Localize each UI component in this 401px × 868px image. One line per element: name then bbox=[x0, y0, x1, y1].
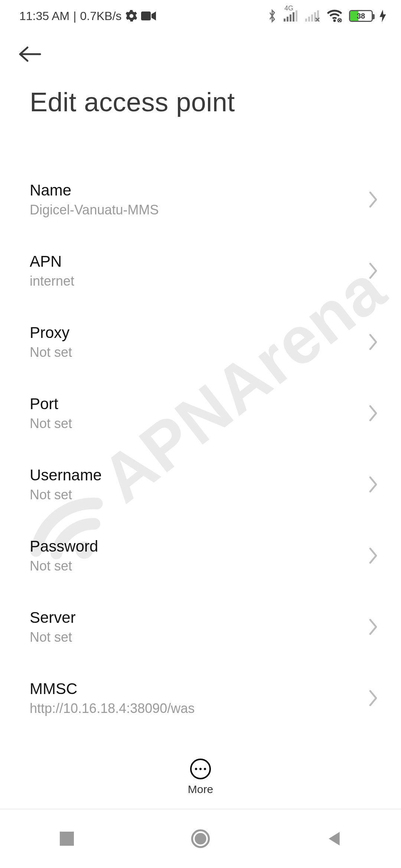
camera-icon bbox=[141, 11, 156, 21]
more-button[interactable]: More bbox=[188, 759, 213, 796]
row-label: Proxy bbox=[30, 324, 72, 342]
nav-recents-button[interactable] bbox=[45, 816, 89, 861]
svg-rect-9 bbox=[311, 14, 313, 22]
chevron-right-icon bbox=[368, 262, 379, 280]
svg-point-16 bbox=[195, 833, 206, 844]
row-value: Not set bbox=[30, 487, 102, 503]
more-icon bbox=[190, 759, 211, 779]
signal-icon-2 bbox=[305, 10, 320, 22]
svg-rect-14 bbox=[60, 832, 74, 846]
status-speed: 0.7KB/s bbox=[80, 9, 122, 23]
svg-rect-6 bbox=[296, 10, 297, 22]
status-sep: | bbox=[73, 9, 76, 23]
charging-icon bbox=[379, 10, 386, 22]
svg-rect-2 bbox=[284, 19, 286, 22]
row-proxy[interactable]: Proxy Not set bbox=[0, 306, 401, 378]
svg-rect-5 bbox=[293, 12, 294, 22]
square-icon bbox=[60, 832, 74, 846]
app-bar bbox=[0, 32, 401, 76]
row-value: Not set bbox=[30, 345, 72, 360]
status-time: 11:35 AM bbox=[19, 9, 69, 23]
chevron-right-icon bbox=[368, 618, 379, 636]
row-value: http://10.16.18.4:38090/was bbox=[30, 701, 195, 716]
row-label: Password bbox=[30, 537, 98, 555]
wifi-icon bbox=[327, 10, 342, 22]
chevron-right-icon bbox=[368, 191, 379, 208]
svg-rect-3 bbox=[287, 17, 288, 22]
row-value: Not set bbox=[30, 558, 98, 574]
row-mmsc[interactable]: MMSC http://10.16.18.4:38090/was bbox=[0, 662, 401, 734]
row-password[interactable]: Password Not set bbox=[0, 520, 401, 591]
gear-icon bbox=[125, 10, 137, 22]
row-value: Digicel-Vanuatu-MMS bbox=[30, 202, 159, 218]
row-port[interactable]: Port Not set bbox=[0, 378, 401, 449]
arrow-left-icon bbox=[17, 45, 43, 63]
status-bar: 11:35 AM | 0.7KB/s 4G bbox=[0, 0, 401, 32]
back-button[interactable] bbox=[17, 39, 47, 69]
row-label: APN bbox=[30, 253, 74, 270]
chevron-right-icon bbox=[368, 404, 379, 422]
network-type: 4G bbox=[284, 4, 293, 12]
svg-rect-10 bbox=[314, 12, 316, 22]
chevron-right-icon bbox=[368, 689, 379, 707]
page-title: Edit access point bbox=[0, 76, 401, 126]
row-value: Not set bbox=[30, 416, 72, 431]
row-value: Not set bbox=[30, 629, 76, 645]
chevron-right-icon bbox=[368, 333, 379, 351]
svg-rect-1 bbox=[141, 11, 151, 20]
nav-home-button[interactable] bbox=[178, 816, 223, 861]
svg-rect-8 bbox=[308, 17, 310, 22]
svg-rect-4 bbox=[290, 14, 291, 22]
chevron-right-icon bbox=[368, 476, 379, 493]
row-label: Port bbox=[30, 395, 72, 413]
settings-list: Name Digicel-Vanuatu-MMS APN internet Pr… bbox=[0, 126, 401, 749]
system-nav-bar bbox=[0, 809, 401, 868]
row-apn[interactable]: APN internet bbox=[0, 235, 401, 306]
svg-rect-7 bbox=[305, 19, 307, 22]
row-value: internet bbox=[30, 273, 74, 289]
battery-icon: 38 bbox=[349, 10, 373, 22]
row-label: Name bbox=[30, 181, 159, 199]
circle-icon bbox=[191, 829, 210, 848]
row-name[interactable]: Name Digicel-Vanuatu-MMS bbox=[0, 164, 401, 235]
row-username[interactable]: Username Not set bbox=[0, 449, 401, 520]
row-label: MMSC bbox=[30, 680, 195, 698]
row-server[interactable]: Server Not set bbox=[0, 591, 401, 662]
bottom-action-bar: More bbox=[0, 746, 401, 809]
chevron-right-icon bbox=[368, 547, 379, 565]
more-label: More bbox=[188, 783, 213, 796]
svg-point-12 bbox=[333, 19, 336, 22]
row-label: Username bbox=[30, 466, 102, 484]
row-label: Server bbox=[30, 609, 76, 627]
bluetooth-icon bbox=[267, 9, 277, 23]
nav-back-button[interactable] bbox=[312, 816, 356, 861]
triangle-left-icon bbox=[327, 831, 342, 847]
